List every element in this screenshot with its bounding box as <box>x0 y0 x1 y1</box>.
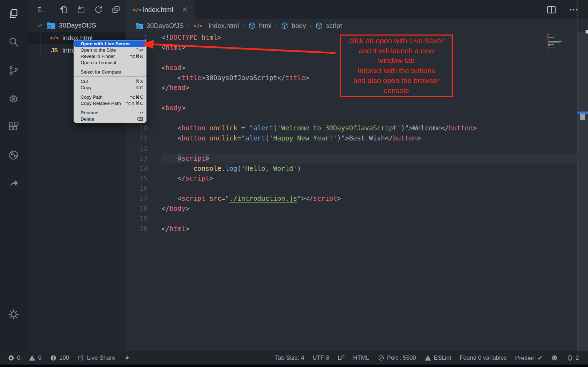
menu-item-rename[interactable]: Rename↩ <box>74 109 146 116</box>
html-file-icon: </> <box>133 7 142 13</box>
menu-item-copy[interactable]: Copy⌘C <box>74 84 146 91</box>
code-text: <html> <box>161 43 186 53</box>
activity-run-debug-icon[interactable] <box>7 92 20 105</box>
status-warnings[interactable]: 0 <box>29 354 41 361</box>
breadcrumb-label: script <box>326 22 342 30</box>
status-notifications[interactable]: 2 <box>566 354 579 361</box>
line-number: 16 <box>126 183 148 193</box>
status-label: 0 <box>17 354 20 361</box>
menu-item-reveal-in-finder[interactable]: Reveal in Finder⌥⌘R <box>74 53 146 59</box>
breadcrumb-item-html[interactable]: html <box>248 22 272 30</box>
status-errors[interactable]: 0 <box>8 354 20 361</box>
status-label: Port : 5500 <box>387 354 416 361</box>
code-line-13[interactable]: 13 <script> <box>126 153 577 163</box>
status-encoding[interactable]: UTF-8 <box>312 354 329 361</box>
code-line-10[interactable]: 10 <button onclick = "alert('Welcome to … <box>126 123 577 133</box>
breadcrumb-label: index.html <box>209 22 239 30</box>
new-folder-icon[interactable] <box>76 5 86 14</box>
new-file-icon[interactable] <box>59 5 68 14</box>
code-line-20[interactable]: 20</html> <box>126 224 577 234</box>
code-line-15[interactable]: 15 </script> <box>126 173 577 183</box>
port-slash-icon <box>378 354 385 361</box>
menu-item-open-to-the-side[interactable]: Open to the Side^↩ <box>74 47 146 53</box>
status-live-share[interactable]: Live Share <box>77 354 115 361</box>
annotation-box: click on open with Live Severand it will… <box>340 35 453 97</box>
line-number: 13 <box>126 153 148 163</box>
menu-item-open-with-live-server[interactable]: Open with Live Server <box>74 40 146 47</box>
breadcrumb-item-index-html[interactable]: </>index.html <box>193 22 239 30</box>
status-info[interactable]: 100 <box>50 354 69 361</box>
live-share-icon <box>77 354 84 361</box>
settings-gear-icon[interactable] <box>7 308 20 321</box>
status-tab-size[interactable]: Tab Size: 4 <box>275 354 304 361</box>
minimap-line <box>547 47 576 48</box>
menu-item-copy-relative-path[interactable]: Copy Relative Path⌥⇧⌘C <box>74 100 146 106</box>
menu-separator <box>74 92 146 92</box>
status-quick-action[interactable] <box>124 354 131 361</box>
menu-shortcut: ⌥⌘C <box>130 94 143 100</box>
code-text: </script> <box>161 173 213 183</box>
code-line-14[interactable]: 14 console.log('Hello, World') <box>126 163 577 174</box>
code-line-11[interactable]: 11 <button onclick="alert('Happy New Yea… <box>126 133 577 143</box>
activity-gitlens-icon[interactable] <box>7 149 20 161</box>
status-label: UTF-8 <box>312 354 329 361</box>
collapse-folders-icon[interactable] <box>111 5 121 14</box>
smiley-icon <box>551 354 558 361</box>
menu-item-open-in-terminal[interactable]: Open in Terminal <box>74 59 146 66</box>
minimap-line <box>547 40 576 41</box>
html-file-icon: </> <box>49 35 60 41</box>
explorer-header: E... <box>27 0 126 19</box>
menu-item-select-for-compare[interactable]: Select for Compare <box>74 69 146 75</box>
code-line-8[interactable]: 8<body> <box>126 103 577 113</box>
minimap-line <box>547 46 576 47</box>
minimap[interactable] <box>547 34 576 50</box>
menu-shortcut: ⌥⇧⌘C <box>126 101 143 106</box>
split-editor-icon[interactable] <box>546 5 557 15</box>
warning-filled-icon <box>29 354 36 361</box>
tree-item-folder[interactable]: 30DaysOfJS <box>27 19 126 32</box>
code-line-17[interactable]: 17 <script src="./introduction.js"></scr… <box>126 193 577 204</box>
activity-source-control-icon[interactable] <box>7 64 20 77</box>
minimap-line <box>547 49 576 50</box>
breadcrumb-separator: › <box>309 22 311 29</box>
code-line-19[interactable]: 19 <box>126 214 577 224</box>
activity-explorer-icon[interactable] <box>7 8 20 20</box>
menu-item-copy-path[interactable]: Copy Path⌥⌘C <box>74 94 146 100</box>
scrollbar-thumb[interactable] <box>580 114 585 120</box>
code-text: <!DOCTYPE html> <box>161 32 221 43</box>
code-text: <title>30DaysOfJavaScript</title> <box>161 73 309 83</box>
status-label: LF <box>338 354 345 361</box>
breadcrumb-item-script[interactable]: script <box>315 22 342 30</box>
breadcrumb-item-body[interactable]: body <box>280 22 306 30</box>
code-text: </html> <box>161 224 189 234</box>
status-prettier[interactable]: Prettier: ✔ <box>515 354 542 362</box>
cube-icon <box>248 22 256 30</box>
code-line-18[interactable]: 18</body> <box>126 204 577 214</box>
error-circle-icon <box>8 354 15 361</box>
menu-separator <box>74 108 146 108</box>
activity-extensions-icon[interactable] <box>7 121 20 133</box>
activity-live-share-icon[interactable] <box>7 177 20 190</box>
menu-item-delete[interactable]: Delete⌫ <box>74 116 146 122</box>
status-label: Live Share <box>87 354 115 361</box>
status-variables[interactable]: Found 0 variables <box>460 354 507 361</box>
code-text: <button onclick = "alert('Welcome to 30D… <box>161 123 477 133</box>
activity-search-icon[interactable] <box>7 36 20 48</box>
code-line-16[interactable]: 16 <box>126 183 577 193</box>
status-feedback[interactable] <box>551 354 558 361</box>
minimap-line <box>547 44 576 44</box>
indent-guide <box>163 73 163 83</box>
code-line-12[interactable]: 12 <box>126 143 577 153</box>
code-line-9[interactable]: 9 <box>126 113 577 123</box>
breadcrumb-separator: › <box>187 22 189 29</box>
refresh-explorer-icon[interactable] <box>94 5 103 14</box>
status-live-server-port[interactable]: Port : 5500 <box>378 354 416 361</box>
close-tab-icon[interactable] <box>181 6 189 14</box>
status-language-mode[interactable]: HTML <box>353 354 369 361</box>
status-eslint[interactable]: ESLint <box>424 354 451 361</box>
bell-icon <box>566 354 573 361</box>
tab-index-html[interactable]: </> index.html <box>126 0 194 19</box>
breadcrumb-item-30daysofjs[interactable]: 30DaysOfJS <box>135 22 184 30</box>
status-eol[interactable]: LF <box>338 354 345 361</box>
menu-item-cut[interactable]: Cut⌘X <box>74 78 146 84</box>
